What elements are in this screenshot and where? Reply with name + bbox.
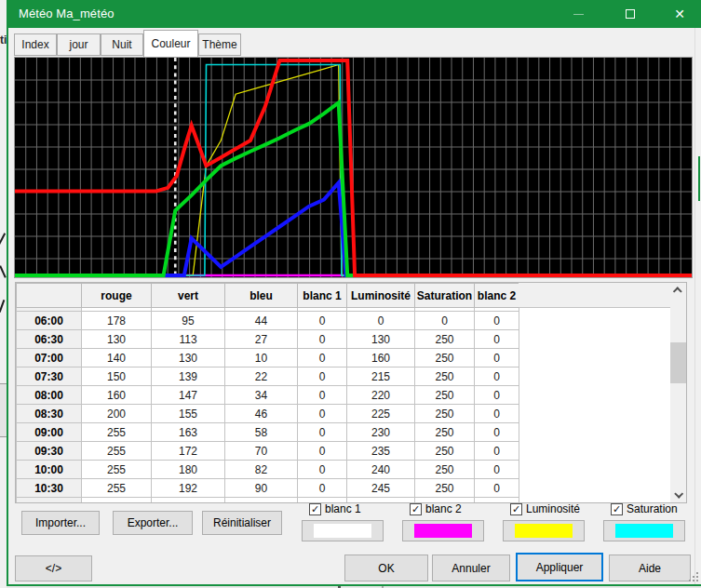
grid-cell[interactable]: 250 <box>415 349 475 368</box>
grid-cell[interactable]: 250 <box>415 479 475 498</box>
saturation-color-button[interactable] <box>603 520 685 541</box>
luminosite-checkbox[interactable]: ✓ <box>510 503 522 515</box>
col-header-vert[interactable]: vert <box>152 284 225 308</box>
grid-cell[interactable]: 90 <box>225 479 298 498</box>
scrollbar-thumb[interactable] <box>670 342 686 383</box>
grid-cell[interactable]: 0 <box>475 312 519 330</box>
col-header-rouge[interactable]: rouge <box>82 284 152 308</box>
grid-cell[interactable]: 225 <box>347 405 415 423</box>
minimize-button[interactable] <box>563 0 593 28</box>
tab-index[interactable]: Index <box>14 33 57 56</box>
grid-cell[interactable]: 255 <box>82 442 152 461</box>
grid-cell[interactable]: 0 <box>298 386 347 405</box>
grid-cell[interactable]: 0 <box>298 330 347 349</box>
grid-cell[interactable]: 46 <box>225 405 298 423</box>
code-view-button[interactable]: </> <box>15 555 92 581</box>
grid-cell[interactable]: 250 <box>415 442 475 461</box>
grid-cell[interactable]: 130 <box>152 349 225 368</box>
grid-cell[interactable]: 95 <box>152 312 225 330</box>
tab-theme[interactable]: Thème <box>198 33 241 56</box>
grid-cell[interactable]: 192 <box>152 479 225 498</box>
grid-cell[interactable]: 245 <box>347 479 415 498</box>
grid-cell[interactable]: 0 <box>347 312 415 330</box>
grid-cell[interactable]: 163 <box>152 423 225 442</box>
titlebar[interactable]: Météo Ma_météo ✕ <box>7 0 701 28</box>
grid-cell[interactable]: 58 <box>225 423 298 442</box>
grid-cell[interactable]: 147 <box>152 386 225 405</box>
grid-cell[interactable]: 255 <box>82 479 152 498</box>
grid-cell[interactable]: 250 <box>415 368 475 386</box>
grid-cell[interactable]: 0 <box>298 349 347 368</box>
grid-cell[interactable]: 160 <box>82 386 152 405</box>
grid-cell[interactable]: 220 <box>347 386 415 405</box>
grid-cell[interactable]: 0 <box>475 405 519 423</box>
grid-cell[interactable]: 0 <box>475 461 519 479</box>
ok-button[interactable]: OK <box>344 555 428 581</box>
col-header-blanc2[interactable]: blanc 2 <box>475 284 519 308</box>
col-header-blanc1[interactable]: blanc 1 <box>298 284 347 308</box>
grid-cell[interactable]: 70 <box>225 442 298 461</box>
grid-cell[interactable]: 160 <box>347 349 415 368</box>
grid-cell[interactable]: 27 <box>225 330 298 349</box>
grid-cell[interactable]: 155 <box>152 405 225 423</box>
grid-cell[interactable]: 139 <box>152 368 225 386</box>
blanc1-color-button[interactable] <box>302 520 384 541</box>
grid-cell[interactable]: 250 <box>415 423 475 442</box>
exporter-button[interactable]: Exporter... <box>113 511 193 535</box>
grid-cell[interactable]: 250 <box>415 461 475 479</box>
grid-cell[interactable]: 10 <box>225 349 298 368</box>
grid-cell[interactable]: 215 <box>347 368 415 386</box>
grid-cell[interactable]: 0 <box>475 386 519 405</box>
tab-jour[interactable]: jour <box>57 33 101 56</box>
grid-cell[interactable]: 0 <box>298 442 347 461</box>
reinitialiser-button[interactable]: Réinitialiser <box>202 511 282 535</box>
resize-grip[interactable] <box>689 572 698 581</box>
row-time[interactable]: 10:00 <box>17 461 82 479</box>
table-scrollbar[interactable] <box>670 283 686 502</box>
grid-cell[interactable]: 255 <box>82 461 152 479</box>
grid-cell[interactable]: 0 <box>475 368 519 386</box>
grid-cell[interactable]: 0 <box>298 368 347 386</box>
grid-cell[interactable]: 200 <box>152 498 225 504</box>
grid-cell[interactable]: 113 <box>152 330 225 349</box>
grid-cell[interactable]: 200 <box>82 405 152 423</box>
row-time[interactable]: 10:30 <box>17 479 82 498</box>
row-time[interactable]: 07:30 <box>17 368 82 386</box>
grid-cell[interactable]: 34 <box>225 386 298 405</box>
grid-cell[interactable]: 255 <box>82 498 152 504</box>
grid-cell[interactable]: 130 <box>82 330 152 349</box>
grid-cell[interactable]: 130 <box>347 330 415 349</box>
grid-cell[interactable]: 0 <box>298 423 347 442</box>
grid-cell[interactable]: 0 <box>298 479 347 498</box>
scroll-down-button[interactable] <box>670 487 686 502</box>
grid-cell[interactable]: 140 <box>82 349 152 368</box>
annuler-button[interactable]: Annuler <box>432 555 510 581</box>
col-header-luminosite[interactable]: Luminosité <box>347 284 415 308</box>
tab-nuit[interactable]: Nuit <box>101 33 143 56</box>
grid-cell[interactable]: 0 <box>415 312 475 330</box>
grid-cell[interactable]: 22 <box>225 368 298 386</box>
grid-cell[interactable]: 230 <box>347 423 415 442</box>
grid-cell[interactable]: 178 <box>82 312 152 330</box>
grid-cell[interactable]: 235 <box>347 442 415 461</box>
grid-cell[interactable]: 0 <box>298 312 347 330</box>
row-time[interactable]: 11:00 <box>17 498 82 504</box>
grid-cell[interactable]: 180 <box>152 461 225 479</box>
grid-cell[interactable]: 250 <box>415 405 475 423</box>
importer-button[interactable]: Importer... <box>21 511 100 535</box>
grid-cell[interactable]: 0 <box>475 349 519 368</box>
appliquer-button[interactable]: Appliquer <box>516 553 603 581</box>
row-time[interactable]: 08:30 <box>17 405 82 423</box>
saturation-checkbox[interactable]: ✓ <box>611 503 623 515</box>
grid-cell[interactable]: 0 <box>475 330 519 349</box>
blanc2-color-button[interactable] <box>402 520 484 541</box>
aide-button[interactable]: Aide <box>609 555 691 581</box>
grid-cell[interactable]: 172 <box>152 442 225 461</box>
grid-cell[interactable]: 150 <box>82 368 152 386</box>
grid-cell[interactable]: 255 <box>82 423 152 442</box>
grid-cell[interactable]: 0 <box>298 405 347 423</box>
row-time[interactable]: 09:00 <box>17 423 82 442</box>
row-time[interactable]: 09:30 <box>17 442 82 461</box>
tab-couleur[interactable]: Couleur <box>143 30 198 57</box>
row-time[interactable]: 08:00 <box>17 386 82 405</box>
